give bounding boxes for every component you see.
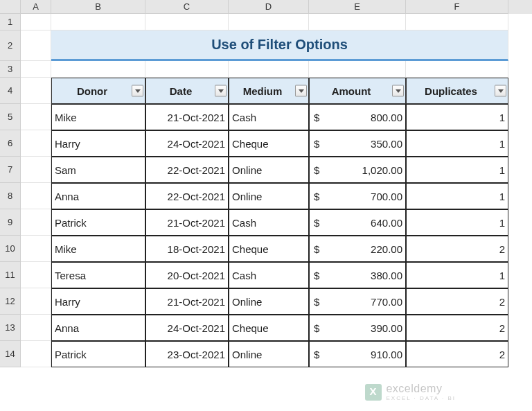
table-header-date[interactable]: Date [145, 78, 229, 104]
blank-cell[interactable] [21, 183, 51, 209]
table-header-donor[interactable]: Donor [51, 78, 145, 104]
row-header-9[interactable]: 9 [0, 209, 21, 236]
row-header-3[interactable]: 3 [0, 61, 21, 78]
table-cell-amount[interactable]: $910.00 [309, 341, 406, 367]
blank-cell[interactable] [21, 14, 51, 30]
table-cell-medium[interactable]: Online [229, 341, 309, 367]
table-cell-date[interactable]: 22-Oct-2021 [145, 157, 229, 183]
filter-dropdown-icon[interactable] [132, 85, 143, 97]
col-header-E[interactable]: E [309, 0, 406, 14]
table-header-medium[interactable]: Medium [229, 78, 309, 104]
table-cell-duplicates[interactable]: 1 [406, 209, 508, 236]
table-cell-duplicates[interactable]: 2 [406, 236, 508, 262]
table-cell-donor[interactable]: Mike [51, 104, 145, 130]
blank-cell[interactable] [309, 14, 406, 30]
table-header-duplicates[interactable]: Duplicates [406, 78, 508, 104]
blank-cell[interactable] [21, 209, 51, 236]
table-cell-medium[interactable]: Cash [229, 262, 309, 288]
filter-dropdown-icon[interactable] [215, 85, 227, 97]
table-cell-medium[interactable]: Online [229, 157, 309, 183]
row-header-12[interactable]: 12 [0, 288, 21, 315]
table-cell-donor[interactable]: Mike [51, 236, 145, 262]
table-cell-medium[interactable]: Cheque [229, 236, 309, 262]
filter-dropdown-icon[interactable] [392, 85, 404, 97]
row-header-7[interactable]: 7 [0, 157, 21, 183]
table-cell-duplicates[interactable]: 2 [406, 315, 508, 341]
blank-cell[interactable] [406, 14, 508, 30]
row-header-11[interactable]: 11 [0, 262, 21, 288]
table-cell-donor[interactable]: Anna [51, 315, 145, 341]
table-cell-donor[interactable]: Anna [51, 183, 145, 209]
blank-cell[interactable] [145, 61, 229, 78]
table-cell-duplicates[interactable]: 1 [406, 262, 508, 288]
table-cell-date[interactable]: 20-Oct-2021 [145, 262, 229, 288]
blank-cell[interactable] [51, 14, 145, 30]
table-cell-amount[interactable]: $390.00 [309, 315, 406, 341]
table-cell-donor[interactable]: Patrick [51, 341, 145, 367]
table-cell-amount[interactable]: $220.00 [309, 236, 406, 262]
table-cell-duplicates[interactable]: 1 [406, 183, 508, 209]
blank-cell[interactable] [406, 61, 508, 78]
blank-cell[interactable] [21, 315, 51, 341]
row-header-6[interactable]: 6 [0, 130, 21, 157]
table-cell-date[interactable]: 18-Oct-2021 [145, 236, 229, 262]
table-cell-medium[interactable]: Online [229, 288, 309, 315]
table-cell-amount[interactable]: $640.00 [309, 209, 406, 236]
table-cell-donor[interactable]: Sam [51, 157, 145, 183]
col-header-F[interactable]: F [406, 0, 508, 14]
col-header-D[interactable]: D [229, 0, 309, 14]
row-header-14[interactable]: 14 [0, 341, 21, 367]
row-header-4[interactable]: 4 [0, 78, 21, 104]
table-cell-duplicates[interactable]: 1 [406, 130, 508, 157]
blank-cell[interactable] [229, 61, 309, 78]
table-cell-date[interactable]: 21-Oct-2021 [145, 288, 229, 315]
blank-cell[interactable] [21, 288, 51, 315]
table-cell-date[interactable]: 22-Oct-2021 [145, 183, 229, 209]
table-cell-donor[interactable]: Harry [51, 130, 145, 157]
table-cell-donor[interactable]: Harry [51, 288, 145, 315]
table-cell-duplicates[interactable]: 1 [406, 157, 508, 183]
table-cell-date[interactable]: 21-Oct-2021 [145, 104, 229, 130]
blank-cell[interactable] [21, 262, 51, 288]
table-cell-amount[interactable]: $380.00 [309, 262, 406, 288]
blank-cell[interactable] [145, 14, 229, 30]
row-header-1[interactable]: 1 [0, 14, 21, 30]
table-cell-medium[interactable]: Cash [229, 104, 309, 130]
blank-cell[interactable] [21, 61, 51, 78]
table-cell-duplicates[interactable]: 2 [406, 288, 508, 315]
row-header-13[interactable]: 13 [0, 315, 21, 341]
table-cell-duplicates[interactable]: 1 [406, 104, 508, 130]
table-cell-amount[interactable]: $1,020.00 [309, 157, 406, 183]
col-header-C[interactable]: C [145, 0, 229, 14]
row-header-5[interactable]: 5 [0, 104, 21, 130]
col-header-A[interactable]: A [21, 0, 51, 14]
blank-cell[interactable] [21, 78, 51, 104]
table-cell-duplicates[interactable]: 2 [406, 341, 508, 367]
blank-cell[interactable] [21, 130, 51, 157]
row-header-8[interactable]: 8 [0, 183, 21, 209]
table-header-amount[interactable]: Amount [309, 78, 406, 104]
filter-dropdown-icon[interactable] [495, 85, 506, 97]
blank-cell[interactable] [21, 236, 51, 262]
table-cell-amount[interactable]: $700.00 [309, 183, 406, 209]
table-cell-medium[interactable]: Cheque [229, 130, 309, 157]
row-header-2[interactable]: 2 [0, 30, 21, 61]
blank-cell[interactable] [21, 104, 51, 130]
blank-cell[interactable] [21, 30, 51, 61]
blank-cell[interactable] [309, 61, 406, 78]
col-header-B[interactable]: B [51, 0, 145, 14]
select-all-corner[interactable] [0, 0, 21, 14]
blank-cell[interactable] [229, 14, 309, 30]
table-cell-date[interactable]: 24-Oct-2021 [145, 315, 229, 341]
table-cell-medium[interactable]: Cheque [229, 315, 309, 341]
table-cell-date[interactable]: 23-Oct-2021 [145, 341, 229, 367]
table-cell-amount[interactable]: $800.00 [309, 104, 406, 130]
table-cell-medium[interactable]: Cash [229, 209, 309, 236]
blank-cell[interactable] [21, 341, 51, 367]
filter-dropdown-icon[interactable] [295, 85, 307, 97]
table-cell-donor[interactable]: Patrick [51, 209, 145, 236]
table-cell-donor[interactable]: Teresa [51, 262, 145, 288]
row-header-10[interactable]: 10 [0, 236, 21, 262]
table-cell-date[interactable]: 24-Oct-2021 [145, 130, 229, 157]
blank-cell[interactable] [21, 157, 51, 183]
